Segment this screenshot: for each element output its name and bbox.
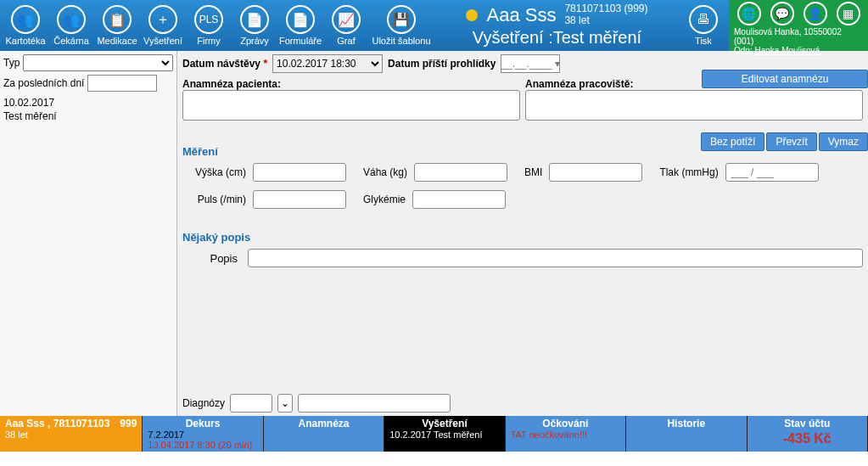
puls-label: Puls (/min): [182, 194, 246, 205]
anam-pacient-label: Anamnéza pacienta:: [182, 78, 520, 90]
popis-input[interactable]: [248, 249, 863, 267]
bb-anamneza[interactable]: Anamnéza: [264, 416, 384, 452]
formulare-button[interactable]: 📄 Formuláře: [280, 2, 321, 49]
firmy-button[interactable]: PLS Firmy: [188, 2, 229, 49]
visit-list[interactable]: 10.02.2017 Test měření: [3, 97, 173, 123]
bb-dekurs-sub1: 7.2.2017: [148, 430, 257, 440]
clipboard-icon: 📄: [240, 5, 269, 34]
exam-title: Vyšetření :Test měření: [473, 28, 641, 48]
left-panel: Typ Za posledních dní 10.02.2017 Test mě…: [0, 51, 177, 416]
main-panel: Datum návštěvy * 10.02.2017 18:30 Datum …: [177, 51, 868, 416]
tisk-label: Tisk: [695, 36, 712, 46]
bb-patient[interactable]: Aaa Sss , 7811071103 999 38 let: [0, 416, 143, 452]
waiting-icon: 👥: [57, 5, 86, 34]
bb-patient-sub: 38 let: [5, 430, 137, 440]
bb-patient-right: 999: [120, 418, 137, 430]
anam-prac-input[interactable]: [525, 90, 863, 121]
top-bar: 👥 Kartotéka 👥 Čekárna 📋 Medikace ＋ Vyšet…: [0, 0, 868, 51]
user-icon[interactable]: 👤: [804, 2, 827, 25]
bb-anamneza-title: Anamnéza: [269, 418, 378, 430]
prevzit-button[interactable]: Převzít: [766, 132, 816, 151]
glykemie-label: Glykémie: [363, 194, 406, 205]
bb-vysetreni-sub: 10.2.2017 Test měření: [389, 430, 499, 440]
medikace-label: Medikace: [97, 36, 137, 46]
bb-historie-title: Historie: [631, 418, 741, 430]
globe-icon[interactable]: 🌐: [737, 2, 761, 25]
patient-id-age: 7811071103 (999) 38 let: [564, 3, 647, 25]
kartoteka-label: Kartotéka: [5, 36, 45, 46]
kartoteka-button[interactable]: 👥 Kartotéka: [5, 2, 46, 49]
medikace-button[interactable]: 📋 Medikace: [97, 2, 137, 49]
bb-ockovani-title: Očkování: [511, 418, 620, 430]
datum-navstevy-label: Datum návštěvy *: [182, 58, 267, 70]
chat-icon[interactable]: 💬: [770, 2, 794, 25]
vysetreni-label: Vyšetření: [143, 36, 182, 46]
formulare-label: Formuláře: [279, 36, 322, 46]
graf-label: Graf: [337, 36, 355, 46]
main-toolbar: 👥 Kartotéka 👥 Čekárna 📋 Medikace ＋ Vyšet…: [0, 0, 436, 51]
anam-pacient-input[interactable]: [182, 90, 520, 121]
datum-pristi-placeholder: __.__.____: [501, 58, 552, 70]
bez-potizi-button[interactable]: Bez potíží: [701, 132, 764, 151]
bb-dekurs[interactable]: Dekurs 7.2.2017 13.04.2017 8:30 (20 min): [143, 416, 263, 452]
bottom-bar: Aaa Sss , 7811071103 999 38 let Dekurs 7…: [0, 416, 868, 452]
cekarna-label: Čekárna: [53, 36, 89, 46]
plus-icon: ＋: [148, 5, 177, 34]
vymazat-button[interactable]: Vymaz: [819, 132, 868, 151]
popis-label: Popis: [182, 252, 238, 265]
datum-navstevy-select[interactable]: 10.02.2017 18:30: [272, 54, 383, 73]
datum-pristi-input[interactable]: __.__.____ ▾: [501, 54, 560, 73]
bb-dekurs-title: Dekurs: [148, 418, 257, 430]
diagnozy-label: Diagnózy: [182, 397, 225, 409]
vaha-input[interactable]: [414, 163, 507, 182]
print-area: 🖶 Tisk: [678, 0, 729, 51]
vaha-label: Váha (kg): [363, 166, 407, 178]
vyska-label: Výška (cm): [182, 166, 246, 178]
measure-grid: Výška (cm) Váha (kg) BMI Tlak (mmHg) ___…: [182, 163, 863, 209]
diagnozy-row: Diagnózy ⌄: [182, 394, 863, 413]
puls-input[interactable]: [253, 190, 346, 209]
save-icon: 💾: [387, 5, 416, 34]
bb-stav-title: Stav účtu: [753, 418, 862, 430]
graf-button[interactable]: 📈 Graf: [326, 2, 367, 49]
header-center: Aaa Sss 7811071103 (999) 38 let Vyšetřen…: [436, 0, 678, 51]
bb-patient-label: Aaa Sss , 7811071103: [5, 418, 109, 430]
chevron-down-icon: ▾: [555, 58, 560, 70]
datum-pristi-label: Datum příští prohlídky: [388, 58, 496, 70]
bb-dekurs-sub2: 13.04.2017 8:30 (20 min): [148, 440, 257, 450]
ulozit-button[interactable]: 💾 Uložit šablonu: [372, 2, 431, 49]
vysetreni-button[interactable]: ＋ Vyšetření: [143, 2, 183, 49]
zpravy-button[interactable]: 📄 Zprávy: [234, 2, 275, 49]
za-poslednich-label: Za posledních dní: [3, 77, 84, 89]
vyska-input[interactable]: [253, 163, 346, 182]
diag-code-input[interactable]: [230, 394, 272, 413]
za-poslednich-input[interactable]: [87, 75, 157, 92]
tlak-input[interactable]: ___ / ___: [725, 163, 819, 182]
cekarna-button[interactable]: 👥 Čekárna: [51, 2, 92, 49]
typ-select[interactable]: [23, 54, 173, 71]
bb-ockovani[interactable]: Očkování TAT neočkováno!!!: [506, 416, 626, 452]
glykemie-input[interactable]: [412, 190, 506, 209]
anam-buttons: Bez potíží Převzít Vymaz: [701, 132, 868, 151]
bb-vysetreni[interactable]: Vyšetření 10.2.2017 Test měření: [384, 416, 505, 452]
ulozit-label: Uložit šablonu: [372, 36, 430, 46]
bmi-input[interactable]: [549, 163, 642, 182]
user-panel: 🌐 💬 👤 ▦ Moulisová Hanka, 10550002 (001) …: [729, 0, 868, 51]
body-area: Typ Za posledních dní 10.02.2017 Test mě…: [0, 51, 868, 416]
bb-historie[interactable]: Historie: [626, 416, 747, 452]
tlak-label: Tlak (mmHg): [659, 166, 718, 178]
patient-age: 38 let: [564, 15, 647, 26]
apps-icon[interactable]: ▦: [837, 2, 860, 25]
status-dot-icon: [466, 9, 478, 21]
bb-vysetreni-title: Vyšetření: [389, 418, 499, 430]
diag-dropdown-button[interactable]: ⌄: [277, 394, 293, 413]
patient-header: Aaa Sss 7811071103 (999) 38 let: [466, 3, 647, 25]
typ-label: Typ: [3, 57, 20, 69]
tisk-button[interactable]: 🖶 Tisk: [683, 2, 724, 49]
visit-name: Test měření: [3, 110, 173, 124]
bb-stav-uctu[interactable]: Stav účtu -435 Kč: [748, 416, 868, 452]
bb-ockovani-sub: TAT neočkováno!!!: [511, 430, 620, 440]
diag-text-input[interactable]: [298, 394, 451, 413]
editovat-anamnezu-button[interactable]: Editovat anamnézu: [702, 70, 868, 88]
nejaky-popis-title: Nějaký popis: [182, 231, 863, 244]
